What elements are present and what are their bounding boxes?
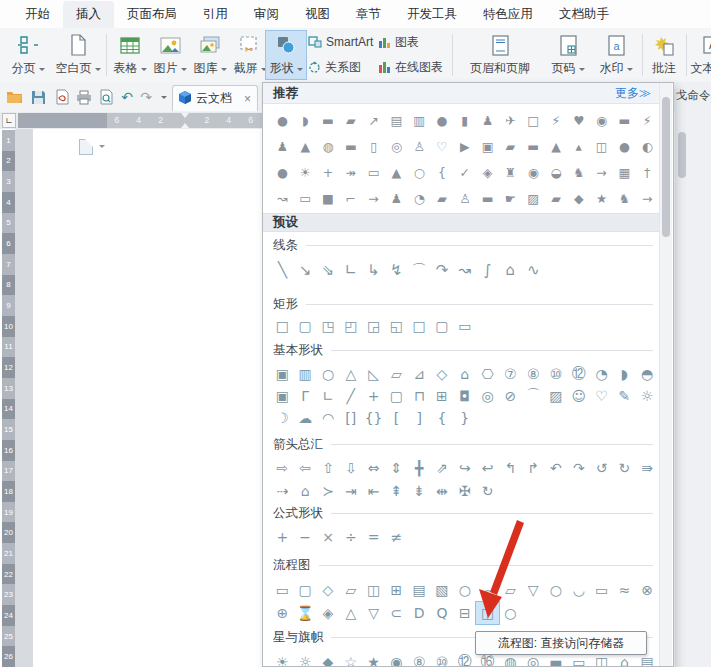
- shape-glyph[interactable]: →: [590, 159, 613, 185]
- shape-glyph[interactable]: ◍: [317, 133, 340, 159]
- menu-tab[interactable]: 视图: [292, 1, 343, 28]
- shape-glyph[interactable]: ▭: [362, 159, 385, 185]
- shape-glyph[interactable]: ▰: [431, 185, 454, 211]
- shape-glyph[interactable]: ⇞: [385, 480, 408, 502]
- vertical-scrollbar-thumb[interactable]: [678, 132, 686, 178]
- shape-glyph[interactable]: ◆: [567, 185, 590, 211]
- gallery-button[interactable]: 图库: [190, 30, 230, 80]
- shape-glyph[interactable]: ↗: [362, 107, 385, 133]
- comment-button[interactable]: 批注: [646, 30, 682, 80]
- menu-tab[interactable]: 审阅: [241, 1, 292, 28]
- shape-glyph[interactable]: ▢: [385, 385, 408, 407]
- shape-glyph[interactable]: ♡: [590, 385, 613, 407]
- shape-glyph[interactable]: {: [431, 407, 454, 429]
- shape-glyph[interactable]: ▭: [453, 315, 476, 337]
- shape-glyph[interactable]: ☀: [271, 651, 294, 667]
- shape-glyph[interactable]: ↳: [362, 255, 385, 285]
- shape-glyph[interactable]: ⑫: [567, 363, 590, 385]
- shape-glyph[interactable]: ☽: [271, 407, 294, 429]
- menu-tab[interactable]: 文档助手: [546, 1, 622, 28]
- shape-glyph[interactable]: ★: [362, 651, 385, 667]
- shape-glyph[interactable]: ✎: [613, 385, 636, 407]
- shape-glyph[interactable]: ≈: [613, 579, 636, 601]
- page-number-button[interactable]: 页码: [546, 30, 590, 80]
- shape-glyph[interactable]: ●: [271, 159, 294, 185]
- shape-glyph[interactable]: ▯: [362, 133, 385, 159]
- shape-glyph[interactable]: ⊘: [499, 385, 522, 407]
- shape-glyph[interactable]: ♙: [453, 185, 476, 211]
- shape-glyph[interactable]: [: [385, 407, 408, 429]
- shape-glyph[interactable]: ●: [431, 107, 454, 133]
- shape-glyph[interactable]: ↷: [567, 457, 590, 479]
- shape-glyph[interactable]: ⑫: [453, 651, 476, 667]
- shape-glyph[interactable]: ▢: [431, 315, 454, 337]
- shape-glyph[interactable]: ÷: [339, 526, 362, 548]
- shape-glyph[interactable]: ⇨: [271, 457, 294, 479]
- menu-tab[interactable]: 页面布局: [114, 1, 190, 28]
- tab-stop-selector[interactable]: ∟: [2, 113, 16, 128]
- shape-glyph[interactable]: ↘: [294, 255, 317, 285]
- shape-glyph[interactable]: ◺: [362, 363, 385, 385]
- menu-tab[interactable]: 插入: [63, 1, 114, 28]
- shape-glyph[interactable]: ↯: [385, 255, 408, 285]
- vertical-ruler[interactable]: 1234567891011121314151617181920212223242…: [2, 130, 15, 667]
- shape-glyph[interactable]: ∟: [339, 255, 362, 285]
- shape-glyph[interactable]: ◘: [453, 385, 476, 407]
- shape-glyph[interactable]: ■: [317, 185, 340, 211]
- shape-glyph[interactable]: ⚡: [636, 107, 659, 133]
- shape-glyph[interactable]: ○: [545, 579, 568, 601]
- shape-glyph[interactable]: Q: [431, 602, 454, 624]
- shape-glyph[interactable]: ☆: [339, 651, 362, 667]
- paste-placeholder-icon[interactable]: [79, 139, 93, 155]
- shape-glyph[interactable]: ◗: [613, 363, 636, 385]
- shape-glyph[interactable]: ↷: [431, 255, 454, 285]
- shape-glyph[interactable]: ◫: [590, 133, 613, 159]
- shape-glyph[interactable]: ▬: [522, 133, 545, 159]
- chart-button[interactable]: 图表: [378, 34, 419, 50]
- shape-glyph[interactable]: ☛: [499, 185, 522, 211]
- open-folder-icon[interactable]: [4, 87, 24, 107]
- shape-glyph[interactable]: ↝: [271, 185, 294, 211]
- shape-glyph[interactable]: ▲: [294, 133, 317, 159]
- shape-glyph[interactable]: ⑧: [522, 363, 545, 385]
- shape-glyph[interactable]: ○: [408, 159, 431, 185]
- shape-glyph[interactable]: ↶: [545, 457, 568, 479]
- shape-glyph[interactable]: ╲: [271, 255, 294, 285]
- shape-glyph[interactable]: △: [339, 363, 362, 385]
- shape-glyph[interactable]: ⌂: [453, 363, 476, 385]
- page-break-button[interactable]: 分页: [6, 30, 50, 80]
- menu-tab[interactable]: 开发工具: [394, 1, 470, 28]
- shape-glyph[interactable]: □: [408, 315, 431, 337]
- panel-scrollbar-thumb[interactable]: [662, 97, 670, 237]
- shape-glyph[interactable]: ↝: [453, 255, 476, 285]
- shape-glyph[interactable]: ♥: [567, 107, 590, 133]
- shape-glyph[interactable]: ▥: [294, 363, 317, 385]
- shape-glyph[interactable]: +: [362, 385, 385, 407]
- shape-glyph[interactable]: ☀: [294, 159, 317, 185]
- print-preview-icon[interactable]: [96, 87, 116, 107]
- shape-glyph[interactable]: −: [294, 526, 317, 548]
- shape-glyph[interactable]: ◐: [636, 133, 659, 159]
- shape-glyph[interactable]: ↠: [339, 159, 362, 185]
- blank-page-button[interactable]: 空白页: [52, 30, 104, 80]
- shape-glyph[interactable]: ∫: [476, 255, 499, 285]
- shape-glyph[interactable]: ⎔: [476, 363, 499, 385]
- shape-glyph[interactable]: ⑩: [545, 363, 568, 385]
- shape-glyph[interactable]: ↱: [522, 457, 545, 479]
- shape-glyph[interactable]: ⇗: [431, 457, 454, 479]
- shape-glyph[interactable]: □: [522, 107, 545, 133]
- menu-tab[interactable]: 引用: [190, 1, 241, 28]
- shape-glyph[interactable]: ◇: [431, 363, 454, 385]
- shape-glyph[interactable]: ⊞: [431, 385, 454, 407]
- shape-glyph[interactable]: ▽: [362, 602, 385, 624]
- shape-glyph[interactable]: ▰: [545, 185, 568, 211]
- shape-glyph[interactable]: ▣: [476, 133, 499, 159]
- shape-glyph[interactable]: ◉: [385, 651, 408, 667]
- shape-glyph[interactable]: ⑦: [499, 363, 522, 385]
- redo-icon[interactable]: ↷: [136, 87, 156, 107]
- shape-glyph[interactable]: ⑧: [408, 651, 431, 667]
- shape-glyph[interactable]: ☁: [294, 407, 317, 429]
- shape-glyph[interactable]: ▤: [408, 579, 431, 601]
- shape-glyph[interactable]: ◈: [476, 159, 499, 185]
- shape-glyph[interactable]: ●: [271, 107, 294, 133]
